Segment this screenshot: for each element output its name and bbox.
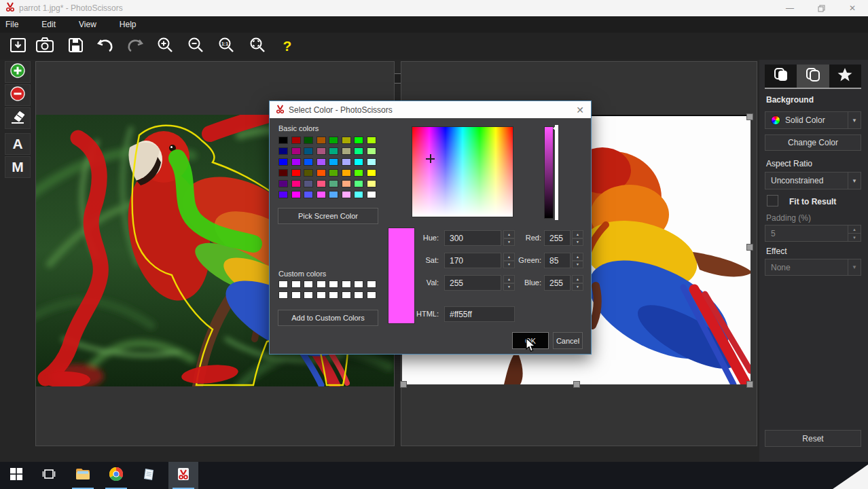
color-swatch[interactable] bbox=[317, 291, 326, 299]
undo-button[interactable] bbox=[94, 36, 116, 56]
color-swatch[interactable] bbox=[367, 137, 376, 144]
color-swatch[interactable] bbox=[278, 147, 288, 155]
blue-input[interactable]: 255 bbox=[544, 275, 571, 291]
resize-handle-right-middle[interactable] bbox=[746, 244, 753, 251]
color-swatch[interactable] bbox=[342, 147, 351, 155]
resize-handle-bottom-left[interactable] bbox=[400, 381, 407, 388]
color-swatch[interactable] bbox=[278, 158, 288, 166]
color-swatch[interactable] bbox=[354, 137, 363, 144]
zoom-fit-button[interactable] bbox=[247, 36, 268, 56]
start-button[interactable] bbox=[1, 462, 31, 489]
help-button[interactable]: ? bbox=[276, 36, 298, 56]
taskbar-photoscissors[interactable] bbox=[168, 462, 198, 489]
color-swatch[interactable] bbox=[278, 169, 288, 177]
color-swatch[interactable] bbox=[354, 291, 363, 299]
color-swatch[interactable] bbox=[278, 191, 288, 198]
color-swatch[interactable] bbox=[317, 169, 326, 177]
red-input[interactable]: 255 bbox=[544, 230, 571, 246]
color-swatch[interactable] bbox=[329, 180, 338, 187]
remove-marker-tool-button[interactable] bbox=[5, 84, 31, 106]
task-view-button[interactable] bbox=[34, 462, 64, 489]
color-swatch[interactable] bbox=[329, 147, 338, 155]
color-swatch[interactable] bbox=[317, 191, 326, 198]
resize-handle-bottom-right[interactable] bbox=[746, 381, 753, 388]
keep-marker-tool-button[interactable] bbox=[5, 61, 31, 83]
taskbar-chrome[interactable] bbox=[101, 462, 131, 489]
color-swatch[interactable] bbox=[317, 158, 326, 166]
color-swatch[interactable] bbox=[278, 291, 288, 299]
color-swatch[interactable] bbox=[304, 280, 313, 288]
tab-original[interactable] bbox=[765, 65, 797, 88]
color-swatch[interactable] bbox=[304, 169, 313, 177]
color-swatch[interactable] bbox=[291, 147, 301, 155]
manual-mode-button[interactable]: M bbox=[5, 156, 31, 178]
color-swatch[interactable] bbox=[291, 280, 301, 288]
background-mode-select[interactable]: Solid Color ▼ bbox=[765, 111, 861, 129]
color-swatch[interactable] bbox=[342, 137, 351, 144]
resize-handle-bottom-middle[interactable] bbox=[573, 381, 580, 388]
color-swatch[interactable] bbox=[367, 280, 376, 288]
color-swatch[interactable] bbox=[354, 191, 363, 198]
zoom-out-button[interactable] bbox=[185, 36, 206, 56]
color-swatch[interactable] bbox=[329, 191, 338, 198]
color-swatch[interactable] bbox=[304, 180, 313, 187]
color-swatch[interactable] bbox=[278, 180, 288, 187]
color-swatch[interactable] bbox=[354, 180, 363, 187]
color-swatch[interactable] bbox=[367, 191, 376, 198]
effect-select[interactable]: None ▼ bbox=[765, 259, 861, 276]
color-swatch[interactable] bbox=[367, 169, 376, 177]
eraser-tool-button[interactable] bbox=[5, 107, 31, 129]
color-swatch[interactable] bbox=[367, 291, 376, 299]
blue-spin-arrows[interactable]: ▲▼ bbox=[572, 275, 583, 291]
color-swatch[interactable] bbox=[304, 158, 313, 166]
dialog-close-button[interactable]: ✕ bbox=[576, 105, 584, 115]
color-swatch[interactable] bbox=[291, 158, 301, 166]
color-swatch[interactable] bbox=[291, 169, 301, 177]
taskbar-file-explorer[interactable] bbox=[68, 462, 98, 489]
aspect-ratio-select[interactable]: Unconstrained ▼ bbox=[765, 172, 861, 189]
color-swatch[interactable] bbox=[329, 169, 338, 177]
tab-result[interactable] bbox=[797, 65, 829, 88]
dialog-titlebar[interactable]: Select Color - PhotoScissors ✕ bbox=[270, 101, 591, 118]
color-swatch[interactable] bbox=[278, 137, 288, 144]
green-input[interactable]: 85 bbox=[544, 253, 571, 268]
color-swatch[interactable] bbox=[342, 291, 351, 299]
value-slider-indicator[interactable] bbox=[553, 126, 556, 131]
padding-spinbox[interactable]: 5 ▲▼ bbox=[765, 225, 861, 242]
zoom-actual-size-button[interactable]: 1:1 bbox=[215, 36, 237, 56]
green-spin-arrows[interactable]: ▲▼ bbox=[572, 253, 583, 268]
add-to-custom-colors-button[interactable]: Add to Custom Colors bbox=[278, 310, 378, 326]
color-swatch[interactable] bbox=[342, 180, 351, 187]
close-button[interactable]: ✕ bbox=[837, 0, 868, 16]
color-swatch[interactable] bbox=[317, 137, 326, 144]
color-picker-crosshair[interactable] bbox=[426, 154, 435, 163]
color-swatch[interactable] bbox=[354, 158, 363, 166]
color-swatch[interactable] bbox=[342, 280, 351, 288]
color-swatch[interactable] bbox=[354, 280, 363, 288]
color-swatch[interactable] bbox=[317, 147, 326, 155]
color-swatch[interactable] bbox=[329, 280, 338, 288]
color-swatch[interactable] bbox=[291, 180, 301, 187]
change-color-button[interactable]: Change Color bbox=[765, 134, 861, 151]
hue-input[interactable]: 300 bbox=[444, 230, 501, 246]
color-swatch[interactable] bbox=[367, 147, 376, 155]
color-swatch[interactable] bbox=[304, 191, 313, 198]
color-swatch[interactable] bbox=[291, 137, 301, 144]
taskbar-notepad[interactable] bbox=[134, 462, 164, 489]
color-swatch[interactable] bbox=[342, 169, 351, 177]
color-swatch[interactable] bbox=[304, 147, 313, 155]
cancel-button[interactable]: Cancel bbox=[553, 332, 583, 349]
color-swatch[interactable] bbox=[278, 280, 288, 288]
hue-saturation-picker[interactable] bbox=[412, 126, 513, 217]
color-swatch[interactable] bbox=[367, 180, 376, 187]
menu-file[interactable]: File bbox=[5, 17, 18, 32]
tab-favorites[interactable] bbox=[829, 65, 861, 88]
html-input[interactable]: #ff55ff bbox=[444, 306, 515, 322]
menu-view[interactable]: View bbox=[79, 17, 96, 32]
pick-screen-color-button[interactable]: Pick Screen Color bbox=[278, 208, 378, 224]
resize-handle-top-right[interactable] bbox=[746, 113, 753, 120]
open-image-button[interactable] bbox=[7, 36, 29, 56]
color-swatch[interactable] bbox=[304, 291, 313, 299]
zoom-in-button[interactable] bbox=[154, 36, 176, 56]
color-swatch[interactable] bbox=[291, 191, 301, 198]
